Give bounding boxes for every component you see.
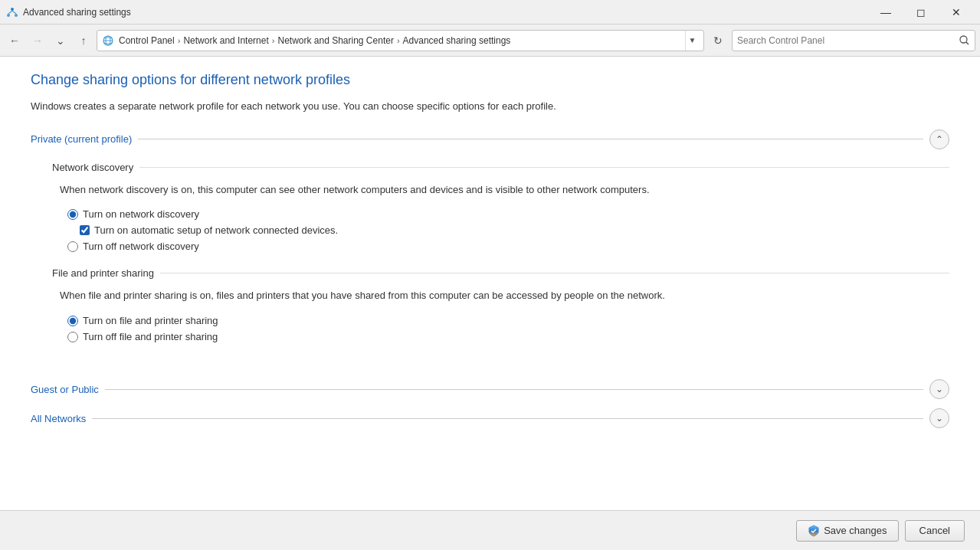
section-private-content: Network discovery When network discovery… [31, 149, 949, 371]
subsection-file-printer-header: File and printer sharing [52, 267, 949, 279]
radio-nd-on[interactable] [67, 209, 78, 220]
subsection-network-discovery-title: Network discovery [52, 162, 133, 173]
section-all-networks-divider [92, 418, 923, 419]
section-private-title: Private (current profile) [31, 133, 132, 145]
section-guest-public-header[interactable]: Guest or Public ⌄ [31, 379, 949, 399]
section-guest-public-divider [105, 389, 923, 390]
section-all-networks-toggle[interactable]: ⌄ [929, 408, 949, 428]
back-button[interactable]: ← [5, 31, 25, 51]
svg-point-1 [7, 14, 10, 17]
title-bar-left: Advanced sharing settings [6, 6, 131, 18]
footer: Save changes Cancel [0, 510, 980, 550]
svg-point-5 [11, 8, 14, 10]
search-input[interactable] [733, 35, 953, 46]
section-all-networks-title: All Networks [31, 413, 86, 424]
section-all-networks-header[interactable]: All Networks ⌄ [31, 408, 949, 428]
checkbox-auto-setup-label[interactable]: Turn on automatic setup of network conne… [94, 224, 338, 236]
checkbox-auto-setup[interactable] [80, 225, 90, 235]
subsection-file-printer: File and printer sharing When file and p… [52, 267, 949, 342]
main-content: Change sharing options for different net… [0, 57, 980, 510]
radio-nd-off-option: Turn off network discovery [52, 241, 949, 252]
recent-button[interactable]: ⌄ [51, 31, 70, 51]
section-private-toggle[interactable]: ⌃ [929, 129, 949, 149]
shield-icon [808, 525, 820, 537]
radio-fp-on[interactable] [67, 316, 78, 326]
breadcrumb-sharing-center[interactable]: Network and Sharing Center [276, 34, 395, 47]
svg-line-11 [966, 42, 969, 44]
search-box [732, 30, 975, 51]
section-guest-public: Guest or Public ⌄ [31, 379, 949, 399]
section-private-header: Private (current profile) ⌃ [31, 129, 949, 149]
address-dropdown-button[interactable]: ▼ [685, 31, 699, 51]
save-changes-label: Save changes [824, 525, 887, 536]
section-private: Private (current profile) ⌃ Network disc… [31, 129, 949, 371]
svg-line-3 [8, 11, 12, 14]
nav-bar: ← → ⌄ ↑ Control Panel › Network and Inte… [0, 25, 980, 57]
search-button[interactable] [953, 30, 975, 51]
radio-nd-off[interactable] [67, 241, 78, 252]
breadcrumb-network-internet[interactable]: Network and Internet [182, 34, 270, 47]
page-description: Windows creates a separate network profi… [31, 99, 949, 114]
save-changes-button[interactable]: Save changes [796, 520, 898, 542]
breadcrumb: Control Panel › Network and Internet › N… [117, 34, 680, 47]
subsection-network-discovery-desc: When network discovery is on, this compu… [52, 182, 949, 198]
radio-nd-on-option: Turn on network discovery [52, 208, 949, 220]
section-all-networks: All Networks ⌄ [31, 408, 949, 428]
subsection-file-printer-divider [160, 273, 949, 273]
breadcrumb-advanced-sharing[interactable]: Advanced sharing settings [402, 34, 513, 47]
radio-nd-off-label[interactable]: Turn off network discovery [83, 241, 199, 252]
checkbox-auto-setup-option: Turn on automatic setup of network conne… [52, 224, 949, 236]
search-icon [959, 35, 969, 45]
minimize-button[interactable]: — [868, 0, 903, 25]
section-private-divider [138, 139, 923, 139]
cancel-button[interactable]: Cancel [905, 520, 965, 542]
subsection-network-discovery-divider [139, 167, 949, 168]
refresh-button[interactable]: ↻ [707, 30, 729, 51]
address-bar-icon [102, 34, 114, 47]
radio-fp-off-label[interactable]: Turn off file and printer sharing [83, 331, 218, 342]
forward-button[interactable]: → [28, 31, 48, 51]
radio-fp-on-label[interactable]: Turn on file and printer sharing [83, 315, 218, 326]
subsection-file-printer-desc: When file and printer sharing is on, fil… [52, 288, 949, 304]
svg-point-2 [15, 14, 18, 17]
section-guest-public-toggle[interactable]: ⌄ [929, 379, 949, 399]
title-bar-title: Advanced sharing settings [23, 7, 131, 18]
svg-line-4 [12, 11, 16, 14]
breadcrumb-control-panel[interactable]: Control Panel [117, 34, 176, 47]
subsection-file-printer-title: File and printer sharing [52, 267, 154, 279]
title-bar: Advanced sharing settings — ◻ ✕ [0, 0, 980, 25]
section-guest-public-title: Guest or Public [31, 384, 99, 395]
subsection-network-discovery-header: Network discovery [52, 162, 949, 173]
page-title: Change sharing options for different net… [31, 72, 949, 88]
title-bar-controls: — ◻ ✕ [868, 0, 974, 25]
close-button[interactable]: ✕ [939, 0, 974, 25]
up-button[interactable]: ↑ [74, 31, 93, 51]
radio-fp-on-option: Turn on file and printer sharing [52, 315, 949, 326]
app-icon [6, 6, 18, 18]
radio-fp-off[interactable] [67, 332, 78, 342]
radio-nd-on-label[interactable]: Turn on network discovery [83, 208, 199, 220]
maximize-button[interactable]: ◻ [903, 0, 939, 25]
svg-point-10 [960, 36, 967, 43]
radio-fp-off-option: Turn off file and printer sharing [52, 331, 949, 342]
address-bar: Control Panel › Network and Internet › N… [97, 30, 704, 51]
subsection-network-discovery: Network discovery When network discovery… [52, 162, 949, 253]
